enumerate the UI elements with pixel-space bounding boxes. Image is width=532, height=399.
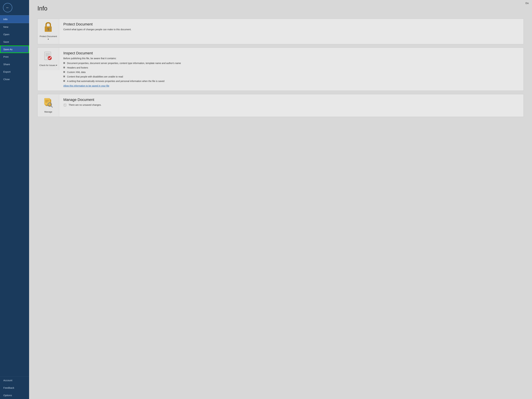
sidebar-item-options[interactable]: Options xyxy=(0,392,29,399)
back-arrow-icon: ← xyxy=(6,6,9,10)
inspect-document-body: Inspect Document Before publishing this … xyxy=(59,48,524,91)
svg-rect-10 xyxy=(45,56,49,56)
sidebar-item-new[interactable]: New xyxy=(0,23,29,31)
sidebar-item-account[interactable]: Account xyxy=(0,377,29,384)
sidebar-bottom-nav: Account Feedback Options xyxy=(0,376,29,399)
inspect-document-card: Check for Issues ▾ Inspect Document Befo… xyxy=(38,48,524,91)
manage-document-card: Manage Manage Document There are no unsa… xyxy=(38,94,524,117)
svg-rect-8 xyxy=(45,53,50,54)
sidebar-item-save-as[interactable]: Save As xyxy=(0,45,29,53)
inspect-document-bullets: Document properties, document server pro… xyxy=(63,62,519,83)
back-button[interactable]: ← xyxy=(3,3,12,12)
top-bar-text: Do xyxy=(526,2,529,5)
check-issues-icon xyxy=(44,51,53,63)
sidebar-item-feedback[interactable]: Feedback xyxy=(0,384,29,392)
svg-line-19 xyxy=(51,106,52,107)
protect-document-body: Protect Document Control what types of c… xyxy=(59,19,524,36)
protect-document-card: Protect Document ▾ Protect Document Cont… xyxy=(38,19,524,44)
bullet-icon-3 xyxy=(63,71,65,73)
bullet-item-4: Content that people with disabilities ar… xyxy=(63,75,519,78)
manage-document-title: Manage Document xyxy=(63,98,519,102)
check-issues-label: Check for Issues ▾ xyxy=(39,64,57,67)
bullet-item-1: Document properties, document server pro… xyxy=(63,62,519,65)
svg-rect-15 xyxy=(45,100,49,101)
bullet-icon-4 xyxy=(63,76,65,77)
protect-document-desc: Control what types of changes people can… xyxy=(63,28,519,31)
bullet-icon-5 xyxy=(63,80,65,82)
sidebar-item-print[interactable]: Print xyxy=(0,53,29,61)
inspect-document-desc: Before publishing this file, be aware th… xyxy=(63,57,519,60)
inspect-document-title: Inspect Document xyxy=(63,51,519,55)
manage-document-body: Manage Document There are no unsaved cha… xyxy=(59,94,524,111)
manage-document-button[interactable]: Manage xyxy=(38,94,59,117)
protect-document-button[interactable]: Protect Document ▾ xyxy=(38,19,59,44)
manage-document-icon xyxy=(44,98,53,109)
sidebar-item-export[interactable]: Export xyxy=(0,68,29,76)
allow-info-link[interactable]: Allow this information to be saved in yo… xyxy=(63,84,109,87)
svg-rect-16 xyxy=(45,101,49,101)
bullet-icon-1 xyxy=(63,62,65,64)
manage-label: Manage xyxy=(44,111,52,113)
lock-key-icon xyxy=(44,22,53,34)
bullet-icon-2 xyxy=(63,67,65,68)
bullet-item-3: Custom XML data xyxy=(63,70,519,74)
svg-rect-17 xyxy=(45,102,48,102)
protect-document-label: Protect Document ▾ xyxy=(39,35,57,41)
sidebar-nav: Info New Open Save Save As Print Share E… xyxy=(0,15,29,83)
page-title: Info xyxy=(38,5,524,12)
bullet-item-5: A setting that automatically removes pro… xyxy=(63,79,519,83)
sidebar-item-close[interactable]: Close xyxy=(0,76,29,83)
bullet-item-2: Headers and footers xyxy=(63,66,519,70)
sidebar-item-save[interactable]: Save xyxy=(0,38,29,45)
sidebar: ← Info New Open Save Save As Print Share… xyxy=(0,0,29,399)
protect-document-title: Protect Document xyxy=(63,22,519,26)
sidebar-item-open[interactable]: Open xyxy=(0,31,29,38)
check-for-issues-button[interactable]: Check for Issues ▾ xyxy=(38,48,59,70)
main-content: Do Info xyxy=(29,0,532,399)
manage-document-desc: There are no unsaved changes. xyxy=(63,103,519,107)
sidebar-item-info[interactable]: Info xyxy=(0,15,29,23)
sidebar-item-share[interactable]: Share xyxy=(0,61,29,68)
svg-rect-9 xyxy=(45,55,50,55)
